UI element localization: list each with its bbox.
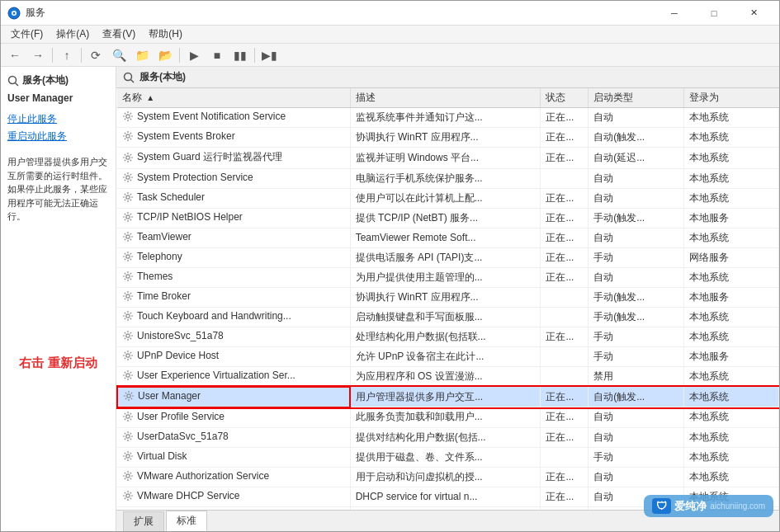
search-button[interactable]: 🔍	[108, 46, 130, 64]
table-row[interactable]: Task Scheduler使用户可以在此计算机上配...正在...自动本地系统	[117, 188, 779, 208]
svg-point-17	[126, 333, 130, 337]
folder2-button[interactable]: 📂	[154, 46, 176, 64]
service-desc-cell: DHCP service for virtual n...	[350, 487, 541, 506]
play-button[interactable]: ▶	[183, 46, 205, 64]
table-row[interactable]: TCP/IP NetBIOS Helper提供 TCP/IP (NetBT) 服…	[117, 208, 779, 228]
table-row[interactable]: Time Broker协调执行 WinRT 应用程序...手动(触发...本地服…	[117, 287, 779, 307]
up-button[interactable]: ↑	[56, 46, 78, 64]
svg-point-23	[126, 454, 130, 457]
svg-point-7	[126, 134, 130, 138]
tab-extend[interactable]: 扩展	[123, 511, 164, 531]
gear-icon	[122, 370, 134, 381]
service-name-cell: Themes	[117, 267, 350, 287]
toolbar-separator-4	[254, 48, 255, 63]
restart-button[interactable]: ▶▮	[258, 46, 280, 64]
tab-standard[interactable]: 标准	[166, 511, 207, 531]
svg-point-8	[126, 155, 130, 158]
service-status-cell: 正在...	[541, 247, 589, 267]
col-header-desc[interactable]: 描述	[350, 88, 541, 108]
toolbar: ← → ↑ ⟳ 🔍 📁 📂 ▶ ■ ▮▮ ▶▮	[1, 44, 779, 67]
service-desc-cell: 允许 UPnP 设备宿主在此计...	[350, 346, 541, 366]
service-starttype-cell: 手动	[589, 447, 683, 467]
forward-button[interactable]: →	[27, 46, 49, 64]
col-header-name[interactable]: 名称 ▲	[117, 88, 350, 108]
stop-button[interactable]: ■	[206, 46, 228, 64]
service-starttype-cell: 自动	[589, 427, 683, 447]
watermark-text: 爱纯净	[674, 499, 707, 514]
table-row[interactable]: System Event Notification Service监视系统事件并…	[117, 108, 779, 128]
menu-bar: 文件(F) 操作(A) 查看(V) 帮助(H)	[1, 26, 779, 44]
pause-button[interactable]: ▮▮	[229, 46, 251, 64]
service-login-cell: 本地系统	[683, 467, 778, 487]
service-login-cell: 本地系统	[683, 387, 778, 407]
table-row[interactable]: VMware Authorization Service用于启动和访问虚拟机的授…	[117, 467, 779, 487]
table-row[interactable]: User Experience Virtualization Ser...为应用…	[117, 366, 779, 387]
toolbar-separator-3	[179, 48, 180, 63]
table-row[interactable]: UnistoreSvc_51a78处理结构化用户数据(包括联...正在...手动…	[117, 327, 779, 346]
service-login-cell: 本地服务	[683, 346, 778, 366]
menu-action[interactable]: 操作(A)	[50, 26, 96, 43]
service-desc-cell: 提供对结构化用户数据(包括...	[350, 427, 541, 447]
refresh-button[interactable]: ⟳	[85, 46, 106, 64]
back-button[interactable]: ←	[4, 46, 26, 64]
service-login-cell: 本地系统	[683, 407, 778, 428]
table-row[interactable]: Themes为用户提供使用主题管理的...正在...自动本地系统	[117, 267, 779, 287]
service-name-cell: UPnP Device Host	[117, 346, 350, 366]
service-status-cell	[541, 447, 589, 467]
gear-icon	[122, 310, 134, 322]
menu-help[interactable]: 帮助(H)	[142, 26, 189, 43]
left-panel-header: 服务(本地)	[7, 73, 109, 87]
minimize-button[interactable]: ─	[655, 1, 693, 26]
service-status-cell	[541, 287, 589, 307]
table-row[interactable]: TeamViewerTeamViewer Remote Soft...正在...…	[117, 228, 779, 247]
restart-service-link[interactable]: 重启动此服务	[7, 129, 109, 144]
service-status-cell: 正在...	[541, 467, 589, 487]
col-header-login[interactable]: 登录为	[683, 88, 778, 108]
folder-button[interactable]: 📁	[131, 46, 153, 64]
stop-service-link[interactable]: 停止此服务	[7, 112, 109, 126]
service-desc-cell: 用户管理器提供多用户交互...	[350, 387, 541, 407]
service-status-cell	[541, 346, 589, 366]
menu-file[interactable]: 文件(F)	[4, 26, 50, 43]
gear-icon	[122, 431, 134, 442]
col-header-status[interactable]: 状态	[541, 88, 589, 108]
svg-point-25	[126, 493, 130, 497]
service-starttype-cell: 手动(触发...	[589, 307, 683, 327]
table-row[interactable]: Telephony提供电话服务 API (TAPI)支...正在...手动网络服…	[117, 247, 779, 267]
service-starttype-cell: 自动	[589, 228, 683, 247]
table-row[interactable]: Touch Keyboard and Handwriting...启动触摸键盘和…	[117, 307, 779, 327]
services-table-container[interactable]: 名称 ▲ 描述 状态 启动类型	[116, 88, 779, 510]
service-starttype-cell: 自动	[589, 108, 683, 128]
service-status-cell	[541, 168, 589, 188]
svg-point-2	[9, 76, 17, 83]
svg-point-1	[13, 12, 16, 14]
table-row[interactable]: System Protection Service电脑运行手机系统保护服务...…	[117, 168, 779, 188]
gear-icon	[122, 191, 134, 203]
window-controls: ─ □ ✕	[655, 1, 773, 26]
table-header-row: 名称 ▲ 描述 状态 启动类型	[117, 88, 779, 108]
search-icon-right	[123, 72, 135, 83]
service-starttype-cell: 手动	[589, 327, 683, 346]
table-row[interactable]: System Events Broker协调执行 WinRT 应用程序...正在…	[117, 128, 779, 148]
gear-icon	[122, 211, 134, 223]
maximize-button[interactable]: □	[695, 1, 733, 26]
service-login-cell: 本地系统	[683, 128, 778, 148]
col-header-starttype[interactable]: 启动类型	[589, 88, 683, 108]
table-row[interactable]: System Guard 运行时监视器代理监视并证明 Windows 平台...…	[117, 148, 779, 169]
service-starttype-cell: 手动	[589, 247, 683, 267]
gear-icon	[123, 390, 135, 402]
service-login-cell: 本地系统	[683, 267, 778, 287]
close-button[interactable]: ✕	[735, 1, 773, 26]
gear-icon	[122, 330, 134, 341]
service-starttype-cell: 手动(触发...	[589, 208, 683, 228]
menu-view[interactable]: 查看(V)	[96, 26, 142, 43]
service-starttype-cell: 自动	[589, 467, 683, 487]
svg-point-24	[126, 473, 130, 477]
svg-point-19	[126, 373, 130, 376]
table-row[interactable]: UPnP Device Host允许 UPnP 设备宿主在此计...手动本地服务	[117, 346, 779, 366]
table-row[interactable]: User Manager用户管理器提供多用户交互...正在...自动(触发...…	[117, 387, 779, 407]
table-row[interactable]: UserDataSvc_51a78提供对结构化用户数据(包括...正在...自动…	[117, 427, 779, 447]
svg-point-10	[126, 195, 130, 198]
table-row[interactable]: Virtual Disk提供用于磁盘、卷、文件系...手动本地系统	[117, 447, 779, 467]
table-row[interactable]: User Profile Service此服务负责加载和卸载用户...正在...…	[117, 407, 779, 428]
